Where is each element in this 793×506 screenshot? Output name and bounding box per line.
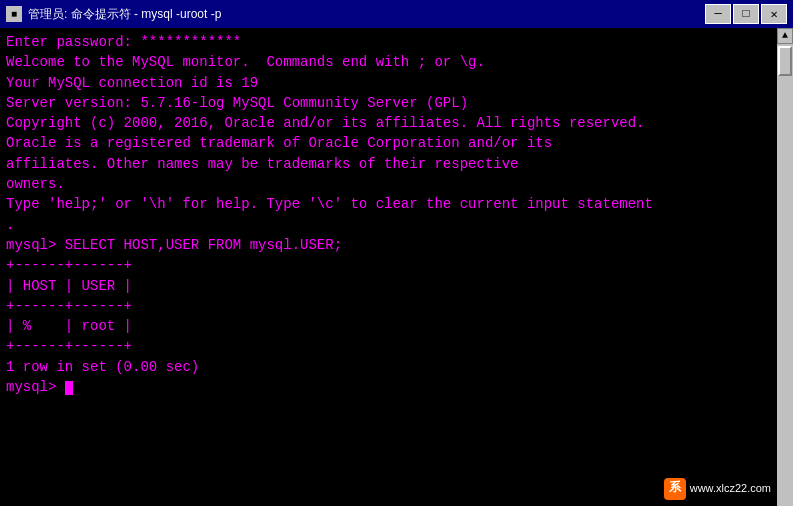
terminal-line: owners. (6, 174, 773, 194)
cursor-blink (65, 381, 73, 395)
scroll-thumb[interactable] (778, 46, 792, 76)
terminal-line: | % | root | (6, 316, 773, 336)
scroll-up-arrow[interactable]: ▲ (777, 28, 793, 44)
title-bar: ■ 管理员: 命令提示符 - mysql -uroot -p — □ ✕ (0, 0, 793, 28)
terminal-line: mysql> (6, 377, 773, 397)
window-title: 管理员: 命令提示符 - mysql -uroot -p (28, 6, 221, 23)
terminal-line: affiliates. Other names may be trademark… (6, 154, 773, 174)
terminal-window: Enter password: ************Welcome to t… (0, 28, 793, 506)
terminal-line: Server version: 5.7.16-log MySQL Communi… (6, 93, 773, 113)
close-button[interactable]: ✕ (761, 4, 787, 24)
maximize-button[interactable]: □ (733, 4, 759, 24)
terminal-line: Type 'help;' or '\h' for help. Type '\c'… (6, 194, 773, 214)
window-controls: — □ ✕ (705, 4, 787, 24)
watermark: 系 www.xlcz22.com (664, 478, 771, 500)
scrollbar[interactable]: ▲ (777, 28, 793, 506)
watermark-text: www.xlcz22.com (690, 481, 771, 497)
terminal-line: Welcome to the MySQL monitor. Commands e… (6, 52, 773, 72)
title-bar-left: ■ 管理员: 命令提示符 - mysql -uroot -p (6, 6, 221, 23)
terminal-line: Oracle is a registered trademark of Orac… (6, 133, 773, 153)
terminal-content: Enter password: ************Welcome to t… (6, 32, 777, 397)
cmd-icon: ■ (6, 6, 22, 22)
watermark-icon: 系 (664, 478, 686, 500)
terminal-line: | HOST | USER | (6, 276, 773, 296)
terminal-line: +------+------+ (6, 336, 773, 356)
terminal-line: +------+------+ (6, 296, 773, 316)
terminal-line: Copyright (c) 2000, 2016, Oracle and/or … (6, 113, 773, 133)
terminal-line: Enter password: ************ (6, 32, 773, 52)
minimize-button[interactable]: — (705, 4, 731, 24)
terminal-line: mysql> SELECT HOST,USER FROM mysql.USER; (6, 235, 773, 255)
terminal-line: Your MySQL connection id is 19 (6, 73, 773, 93)
watermark-icon-text: 系 (669, 480, 681, 497)
terminal-line: . (6, 215, 773, 235)
terminal-line: 1 row in set (0.00 sec) (6, 357, 773, 377)
terminal-line: +------+------+ (6, 255, 773, 275)
